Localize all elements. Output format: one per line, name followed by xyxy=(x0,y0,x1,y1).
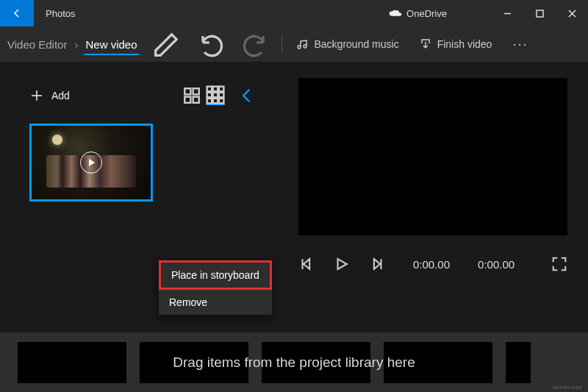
svg-rect-16 xyxy=(207,99,212,104)
svg-rect-10 xyxy=(207,87,212,92)
time-current: 0:00.00 xyxy=(413,258,450,271)
music-icon xyxy=(297,38,309,50)
minimize-button[interactable] xyxy=(491,0,523,26)
undo-icon xyxy=(195,28,227,60)
play-button[interactable] xyxy=(334,256,350,272)
background-music-button[interactable]: Background music xyxy=(287,28,409,60)
menu-item-place-in-storyboard[interactable]: Place in storyboard xyxy=(159,260,272,290)
svg-rect-13 xyxy=(207,93,212,98)
onedrive-indicator[interactable]: OneDrive xyxy=(389,8,447,19)
next-frame-button[interactable] xyxy=(369,256,385,272)
fullscreen-button[interactable] xyxy=(551,256,567,272)
export-icon xyxy=(420,38,431,50)
cloud-icon xyxy=(389,9,402,18)
finish-label: Finish video xyxy=(437,38,492,50)
storyboard-slot[interactable] xyxy=(140,342,248,383)
svg-rect-8 xyxy=(184,97,190,103)
step-forward-icon xyxy=(369,256,385,272)
grid-2x2-icon xyxy=(182,86,201,105)
view-large-button[interactable] xyxy=(182,86,201,105)
bg-music-label: Background music xyxy=(315,38,399,50)
title-bar: Photos OneDrive xyxy=(0,0,588,26)
onedrive-label: OneDrive xyxy=(406,8,447,19)
collapse-panel-button[interactable] xyxy=(237,86,257,105)
add-button[interactable]: Add xyxy=(29,88,70,103)
fullscreen-icon xyxy=(551,256,567,272)
chevron-right-icon: › xyxy=(68,38,84,51)
storyboard-slot[interactable] xyxy=(384,342,492,383)
svg-rect-18 xyxy=(219,99,224,104)
library-toolbar: Add xyxy=(29,82,259,109)
play-icon xyxy=(80,152,102,174)
player-controls: 0:00.00 0:00.00 xyxy=(298,256,567,272)
close-button[interactable] xyxy=(556,0,588,26)
svg-rect-15 xyxy=(219,93,224,98)
svg-rect-7 xyxy=(193,88,199,94)
svg-rect-1 xyxy=(537,10,543,17)
minimize-icon xyxy=(503,10,512,18)
library-view-controls xyxy=(180,86,259,105)
step-back-icon xyxy=(298,256,315,272)
context-menu: Place in storyboard Remove xyxy=(159,260,272,315)
storyboard-slot[interactable] xyxy=(262,342,370,383)
project-library-panel: Add Place in storyboard Remove xyxy=(0,62,272,332)
svg-rect-14 xyxy=(213,93,218,98)
finish-video-button[interactable]: Finish video xyxy=(409,28,503,60)
play-icon xyxy=(334,256,350,272)
plus-icon xyxy=(29,88,44,103)
svg-rect-11 xyxy=(213,87,218,92)
svg-rect-9 xyxy=(193,97,199,103)
storyboard-slot[interactable] xyxy=(18,342,126,383)
maximize-icon xyxy=(536,10,544,18)
watermark: wsxdn.com xyxy=(553,384,582,391)
time-total: 0:00.00 xyxy=(478,258,514,271)
chevron-left-icon xyxy=(237,86,257,105)
breadcrumb-root[interactable]: Video Editor xyxy=(6,34,68,55)
main-area: Add Place in storyboard Remove 0:00.00 0… xyxy=(0,62,588,332)
divider xyxy=(282,35,282,53)
breadcrumb-current[interactable]: New video xyxy=(84,34,138,55)
storyboard-slot[interactable] xyxy=(506,342,531,383)
svg-rect-17 xyxy=(213,99,218,104)
prev-frame-button[interactable] xyxy=(298,256,315,272)
redo-button xyxy=(239,28,271,60)
toolbar: Video Editor › New video Background musi… xyxy=(0,26,588,62)
undo-button[interactable] xyxy=(195,28,227,60)
breadcrumb: Video Editor › New video xyxy=(6,34,139,55)
svg-rect-12 xyxy=(219,87,224,92)
library-thumbnail[interactable] xyxy=(29,124,153,202)
add-label: Add xyxy=(51,90,70,101)
grid-3x3-icon xyxy=(206,85,225,104)
preview-panel: 0:00.00 0:00.00 xyxy=(272,62,588,332)
redo-icon xyxy=(239,28,271,60)
view-small-button[interactable] xyxy=(206,86,225,105)
edit-button[interactable] xyxy=(151,28,183,60)
svg-rect-6 xyxy=(184,88,190,94)
back-button[interactable] xyxy=(0,0,34,26)
menu-item-remove[interactable]: Remove xyxy=(159,290,272,315)
app-title: Photos xyxy=(46,8,75,19)
close-icon xyxy=(568,10,576,18)
arrow-left-icon xyxy=(11,7,23,19)
maximize-button[interactable] xyxy=(523,0,556,26)
more-button[interactable]: ··· xyxy=(502,37,538,52)
video-preview[interactable] xyxy=(298,78,567,235)
pencil-icon xyxy=(151,28,183,60)
storyboard-strip[interactable]: Drag items from the project library here xyxy=(0,332,588,392)
